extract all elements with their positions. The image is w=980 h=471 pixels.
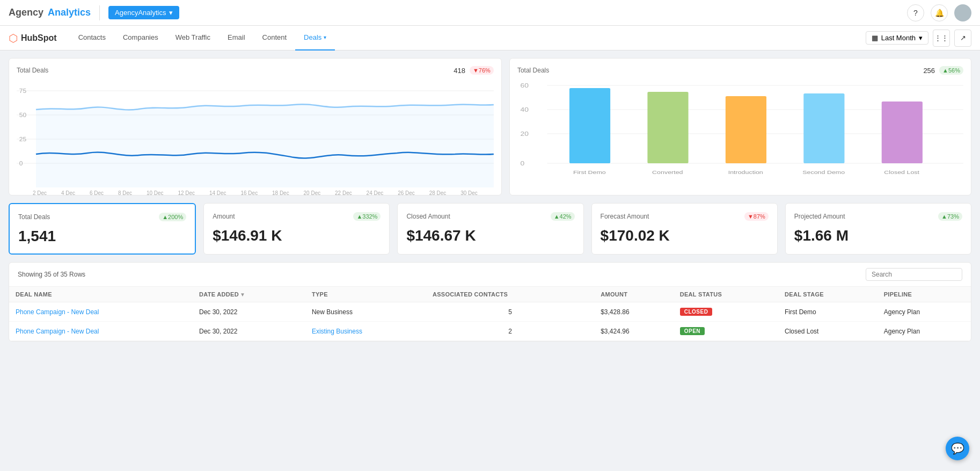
- metric-card: Closed Amount▲42%$146.67 K: [397, 203, 583, 255]
- bar-chart-badge: ▲56%: [939, 66, 963, 75]
- bar-chart-title: Total Deals: [517, 67, 549, 74]
- svg-rect-20: [726, 96, 766, 163]
- bar-chart-value: 256: [923, 67, 935, 75]
- deal-name-cell[interactable]: Phone Campaign - New Deal: [9, 322, 193, 341]
- hubspot-brand: ⬡ HubSpot: [9, 32, 57, 45]
- table-row: Phone Campaign - New DealDec 30, 2022Exi…: [9, 322, 971, 341]
- table-section: Showing 35 of 35 Rows DEAL NAMEDATE ADDE…: [9, 262, 971, 342]
- x-label: 8 Dec: [118, 190, 132, 196]
- metric-value: $170.02 K: [601, 227, 769, 244]
- metric-card-header: Total Deals▲200%: [18, 213, 186, 221]
- status-badge: CLOSED: [680, 308, 713, 316]
- metric-title: Amount: [213, 213, 235, 220]
- deal-name-cell[interactable]: Phone Campaign - New Deal: [9, 302, 193, 322]
- sort-icon: ▼: [240, 292, 245, 298]
- line-chart-card: Total Deals 418 ▼76% 75 50 25 0: [9, 58, 502, 195]
- svg-text:First Demo: First Demo: [573, 170, 606, 175]
- metric-card: Total Deals▲200%1,541: [9, 203, 196, 255]
- notifications-button[interactable]: 🔔: [931, 4, 948, 21]
- hubspot-nav: ⬡ HubSpot ContactsCompaniesWeb TrafficEm…: [0, 26, 980, 50]
- line-chart-badge: ▼76%: [470, 66, 494, 75]
- line-chart-container: 75 50 25 0 2 Dec4 Dec6 Dec8 Dec10 Dec12 …: [17, 80, 494, 187]
- svg-text:Converted: Converted: [652, 170, 683, 175]
- metric-badge: ▲200%: [159, 213, 186, 221]
- hubspot-logo-icon: ⬡: [9, 32, 18, 45]
- svg-text:60: 60: [520, 83, 529, 89]
- x-label: 28 Dec: [429, 190, 447, 196]
- svg-text:50: 50: [19, 112, 26, 118]
- hs-nav-item-email[interactable]: Email: [219, 26, 254, 50]
- line-chart-header: Total Deals 418 ▼76%: [17, 66, 494, 75]
- hs-nav-item-deals[interactable]: Deals▾: [295, 26, 335, 50]
- metric-badge: ▲332%: [353, 212, 381, 221]
- x-label: 18 Dec: [272, 190, 289, 196]
- metric-card-header: Forecast Amount▼87%: [601, 212, 769, 221]
- svg-text:40: 40: [520, 107, 529, 113]
- pipeline-cell: Agency Plan: [877, 322, 971, 341]
- share-button[interactable]: ↗: [954, 30, 971, 47]
- brand-analytics-text: Analytics: [48, 7, 91, 18]
- share-icon: ↗: [960, 34, 966, 42]
- metric-card-header: Closed Amount▲42%: [406, 212, 574, 221]
- metric-title: Closed Amount: [406, 213, 450, 220]
- date-chevron-icon: ▾: [919, 34, 923, 42]
- table-column-header: DEAL STAGE: [778, 287, 877, 302]
- metric-card-header: Amount▲332%: [213, 212, 381, 221]
- user-avatar[interactable]: [954, 4, 971, 21]
- metric-value: $1.66 M: [794, 227, 962, 244]
- x-label: 2 Dec: [33, 190, 47, 196]
- hs-nav-item-companies[interactable]: Companies: [114, 26, 167, 50]
- hubspot-brand-name: HubSpot: [21, 33, 57, 43]
- table-header-row: Showing 35 of 35 Rows: [9, 263, 971, 287]
- bell-icon: 🔔: [935, 9, 944, 17]
- search-input[interactable]: [866, 268, 962, 281]
- hs-nav-item-web-traffic[interactable]: Web Traffic: [167, 26, 219, 50]
- deal-stage-cell: Closed Lost: [778, 322, 877, 341]
- brand-logo: AgencyAnalytics: [9, 7, 91, 18]
- x-label: 30 Dec: [460, 190, 478, 196]
- hs-nav-item-contacts[interactable]: Contacts: [70, 26, 114, 50]
- svg-text:0: 0: [19, 161, 23, 166]
- table-column-header: PIPELINE: [877, 287, 971, 302]
- x-label: 20 Dec: [304, 190, 321, 196]
- metric-card-header: Projected Amount▲73%: [794, 212, 962, 221]
- svg-text:75: 75: [19, 88, 26, 94]
- bar-chart-container: 60 40 20 0 First Demo Converted Introduc…: [517, 80, 963, 187]
- data-table: DEAL NAMEDATE ADDED▼TYPEASSOCIATED CONTA…: [9, 287, 971, 341]
- svg-rect-22: [803, 93, 844, 163]
- line-chart-header-right: 418 ▼76%: [454, 66, 494, 75]
- table-column-header: DEAL NAME: [9, 287, 193, 302]
- amount-cell: $3,428.86: [594, 302, 674, 322]
- svg-text:Second Demo: Second Demo: [802, 170, 845, 175]
- help-button[interactable]: ?: [907, 4, 924, 21]
- agency-dropdown-button[interactable]: AgencyAnalytics ▾: [108, 6, 179, 19]
- date-filter-button[interactable]: ▦ Last Month ▾: [866, 31, 928, 45]
- table-header-columns: DEAL NAMEDATE ADDED▼TYPEASSOCIATED CONTA…: [9, 287, 971, 302]
- table-column-header[interactable]: DATE ADDED▼: [193, 287, 305, 302]
- x-label: 12 Dec: [178, 190, 195, 196]
- table-column-header: ASSOCIATED CONTACTS: [426, 287, 594, 302]
- table-body: Phone Campaign - New DealDec 30, 2022New…: [9, 302, 971, 341]
- top-nav-right: ? 🔔: [907, 4, 971, 21]
- table-showing-text: Showing 35 of 35 Rows: [18, 271, 85, 278]
- table-column-header: TYPE: [305, 287, 426, 302]
- svg-text:20: 20: [520, 131, 529, 137]
- svg-rect-18: [647, 92, 688, 163]
- line-chart-title: Total Deals: [17, 67, 48, 74]
- bar-chart-svg: 60 40 20 0 First Demo Converted Introduc…: [517, 80, 963, 187]
- agency-btn-chevron: ▾: [169, 9, 173, 17]
- hs-nav-item-content[interactable]: Content: [254, 26, 296, 50]
- columns-button[interactable]: ⋮⋮: [933, 30, 950, 47]
- metric-title: Total Deals: [18, 213, 50, 221]
- metric-value: $146.91 K: [213, 227, 381, 244]
- metric-card: Amount▲332%$146.91 K: [203, 203, 390, 255]
- svg-text:Introduction: Introduction: [728, 170, 763, 175]
- brand-divider: [99, 5, 100, 20]
- calendar-icon: ▦: [872, 34, 878, 42]
- table-column-header: AMOUNT: [594, 287, 674, 302]
- x-label: 26 Dec: [398, 190, 415, 196]
- contacts-cell: 5: [426, 302, 594, 322]
- metric-card: Projected Amount▲73%$1.66 M: [785, 203, 971, 255]
- charts-row: Total Deals 418 ▼76% 75 50 25 0: [9, 58, 971, 195]
- metric-title: Forecast Amount: [601, 213, 649, 220]
